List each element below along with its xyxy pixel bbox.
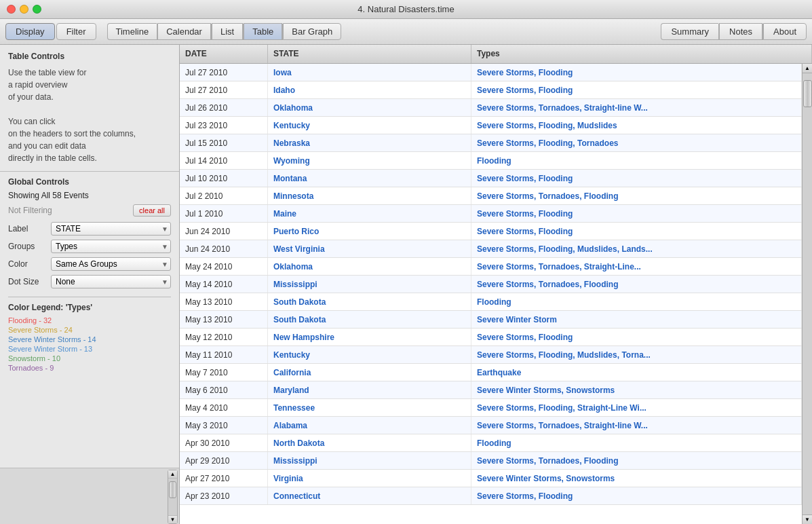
cell-state[interactable]: Alabama [268, 417, 471, 434]
cell-types[interactable]: Severe Storms, Flooding [471, 170, 802, 187]
table-row[interactable]: May 3 2010 Alabama Severe Storms, Tornad… [180, 417, 802, 434]
display-button[interactable]: Display [5, 23, 55, 40]
about-button[interactable]: About [763, 23, 807, 40]
cell-types[interactable]: Severe Storms, Flooding [471, 329, 802, 345]
filter-button[interactable]: Filter [56, 23, 96, 40]
minimize-button[interactable] [20, 5, 28, 14]
cell-state[interactable]: Oklahoma [268, 258, 471, 275]
table-row[interactable]: Jul 27 2010 Idaho Severe Storms, Floodin… [180, 81, 802, 99]
table-row[interactable]: Apr 27 2010 Virginia Severe Winter Storm… [180, 470, 802, 487]
scrollbar-down-button[interactable]: ▼ [803, 514, 813, 524]
cell-types[interactable]: Severe Storms, Tornadoes, Straight-line … [471, 417, 802, 434]
cell-state[interactable]: Iowa [268, 64, 471, 81]
cell-types[interactable]: Severe Storms, Flooding [471, 64, 802, 81]
maximize-button[interactable] [33, 5, 41, 14]
sidebar-scroll-up[interactable]: ▲ [168, 470, 177, 479]
cell-types[interactable]: Earthquake [471, 364, 802, 381]
table-button[interactable]: Table [244, 23, 282, 40]
sidebar-scrollbar[interactable]: ▲ ▼ [168, 470, 178, 524]
clear-all-button[interactable]: clear all [133, 204, 171, 217]
cell-state[interactable]: Tennessee [268, 399, 471, 416]
table-row[interactable]: Jul 2 2010 Minnesota Severe Storms, Torn… [180, 187, 802, 205]
notes-button[interactable]: Notes [719, 23, 762, 40]
table-row[interactable]: Jun 24 2010 West Virginia Severe Storms,… [180, 240, 802, 258]
cell-state[interactable]: Wyoming [268, 152, 471, 169]
cell-state[interactable]: Maryland [268, 381, 471, 398]
color-select[interactable]: Same As Groups [51, 257, 171, 271]
cell-types[interactable]: Severe Storms, Tornadoes, Straight-Line.… [471, 258, 802, 275]
table-row[interactable]: May 24 2010 Oklahoma Severe Storms, Torn… [180, 258, 802, 276]
table-row[interactable]: Jul 1 2010 Maine Severe Storms, Flooding [180, 205, 802, 223]
cell-types[interactable]: Severe Winter Storms, Snowstorms [471, 470, 802, 487]
cell-types[interactable]: Severe Storms, Flooding, Straight-Line W… [471, 399, 802, 416]
cell-state[interactable]: North Dakota [268, 434, 471, 451]
cell-state[interactable]: Mississippi [268, 452, 471, 469]
table-row[interactable]: May 12 2010 New Hampshire Severe Storms,… [180, 329, 802, 346]
cell-state[interactable]: Montana [268, 170, 471, 187]
cell-types[interactable]: Flooding [471, 434, 802, 451]
cell-state[interactable]: California [268, 364, 471, 381]
cell-state[interactable]: Maine [268, 205, 471, 222]
cell-types[interactable]: Severe Storms, Flooding, Mudslides, Land… [471, 240, 802, 257]
close-button[interactable] [7, 5, 16, 14]
window-controls[interactable] [7, 5, 41, 14]
cell-types[interactable]: Severe Storms, Flooding, Mudslides [471, 117, 802, 134]
scrollbar-track[interactable] [803, 73, 812, 514]
cell-types[interactable]: Severe Storms, Flooding [471, 487, 802, 504]
cell-state[interactable]: Puerto Rico [268, 223, 471, 240]
cell-types[interactable]: Severe Storms, Flooding [471, 81, 802, 98]
cell-types[interactable]: Severe Storms, Tornadoes, Flooding [471, 452, 802, 469]
groups-select[interactable]: Types [51, 240, 171, 253]
th-types[interactable]: Types [471, 45, 812, 63]
sidebar-scroll-down[interactable]: ▼ [168, 515, 177, 523]
cell-state[interactable]: Oklahoma [268, 99, 471, 116]
table-row[interactable]: May 13 2010 South Dakota Flooding [180, 293, 802, 311]
cell-types[interactable]: Flooding [471, 293, 802, 310]
cell-types[interactable]: Severe Storms, Flooding [471, 223, 802, 240]
cell-state[interactable]: Virginia [268, 470, 471, 487]
th-date[interactable]: DATE [180, 45, 268, 63]
bar-graph-button[interactable]: Bar Graph [283, 23, 341, 40]
cell-state[interactable]: Minnesota [268, 187, 471, 204]
cell-types[interactable]: Severe Storms, Flooding, Tornadoes [471, 134, 802, 151]
table-row[interactable]: Apr 30 2010 North Dakota Flooding [180, 434, 802, 452]
cell-types[interactable]: Severe Storms, Tornadoes, Straight-line … [471, 99, 802, 116]
cell-types[interactable]: Severe Storms, Flooding, Mudslides, Torn… [471, 346, 802, 363]
cell-state[interactable]: Nebraska [268, 134, 471, 151]
th-state[interactable]: STATE [268, 45, 471, 63]
right-scrollbar[interactable]: ▲ ▼ [802, 64, 812, 524]
cell-types[interactable]: Severe Storms, Flooding [471, 205, 802, 222]
table-row[interactable]: May 14 2010 Mississippi Severe Storms, T… [180, 276, 802, 293]
cell-state[interactable]: South Dakota [268, 293, 471, 310]
dot-size-select[interactable]: None [51, 275, 171, 288]
cell-types[interactable]: Flooding [471, 152, 802, 169]
table-row[interactable]: Apr 29 2010 Mississippi Severe Storms, T… [180, 452, 802, 470]
cell-state[interactable]: West Virginia [268, 240, 471, 257]
table-row[interactable]: May 11 2010 Kentucky Severe Storms, Floo… [180, 346, 802, 364]
cell-state[interactable]: Kentucky [268, 117, 471, 134]
label-select[interactable]: STATE [51, 222, 171, 236]
cell-state[interactable]: Kentucky [268, 346, 471, 363]
scrollbar-thumb[interactable] [803, 80, 812, 107]
cell-types[interactable]: Severe Winter Storms, Snowstorms [471, 381, 802, 398]
table-row[interactable]: May 4 2010 Tennessee Severe Storms, Floo… [180, 399, 802, 417]
scrollbar-up-button[interactable]: ▲ [803, 64, 813, 73]
cell-state[interactable]: Idaho [268, 81, 471, 98]
table-row[interactable]: Jul 10 2010 Montana Severe Storms, Flood… [180, 170, 802, 187]
list-button[interactable]: List [212, 23, 243, 40]
cell-state[interactable]: Mississippi [268, 276, 471, 293]
cell-types[interactable]: Severe Storms, Tornadoes, Flooding [471, 276, 802, 293]
table-row[interactable]: Apr 23 2010 Connecticut Severe Storms, F… [180, 487, 802, 505]
table-row[interactable]: May 7 2010 California Earthquake [180, 364, 802, 381]
cell-types[interactable]: Severe Winter Storm [471, 311, 802, 328]
table-row[interactable]: Jun 24 2010 Puerto Rico Severe Storms, F… [180, 223, 802, 240]
cell-state[interactable]: New Hampshire [268, 329, 471, 345]
timeline-button[interactable]: Timeline [107, 23, 157, 40]
table-row[interactable]: Jul 26 2010 Oklahoma Severe Storms, Torn… [180, 99, 802, 117]
table-row[interactable]: Jul 27 2010 Iowa Severe Storms, Flooding [180, 64, 802, 81]
table-row[interactable]: May 13 2010 South Dakota Severe Winter S… [180, 311, 802, 329]
table-row[interactable]: Jul 23 2010 Kentucky Severe Storms, Floo… [180, 117, 802, 134]
sidebar-scroll-thumb[interactable] [169, 481, 176, 498]
table-row[interactable]: Jul 14 2010 Wyoming Flooding [180, 152, 802, 170]
table-row[interactable]: May 6 2010 Maryland Severe Winter Storms… [180, 381, 802, 399]
